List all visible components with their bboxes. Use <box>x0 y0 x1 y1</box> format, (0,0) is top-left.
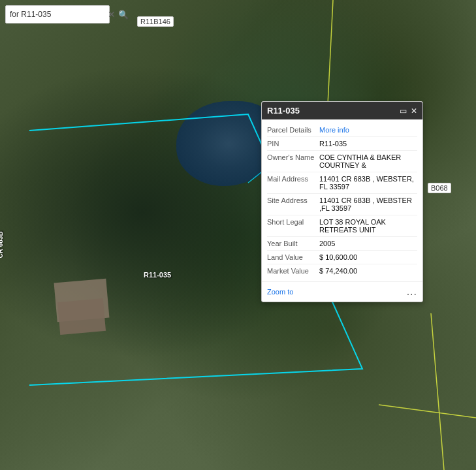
info-row-year-built: Year Built 2005 <box>267 237 417 251</box>
search-bar[interactable]: ✕ 🔍 <box>5 5 110 24</box>
card-controls: ▭ ✕ <box>400 106 417 116</box>
info-card-header: R11-035 ▭ ✕ <box>262 102 422 119</box>
label-land-value: Land Value <box>267 253 319 261</box>
minimize-button[interactable]: ▭ <box>400 106 407 116</box>
search-input[interactable] <box>10 10 108 19</box>
value-mail-address: 11401 CR 683B , WEBSTER, FL 33597 <box>319 175 417 191</box>
value-market-value: $ 74,240.00 <box>319 267 417 275</box>
info-row-market-value: Market Value $ 74,240.00 <box>267 264 417 277</box>
value-site-address: 11401 CR 683B , WEBSTER ,FL 33597 <box>319 196 417 212</box>
label-short-legal: Short Legal <box>267 218 319 226</box>
building-roof <box>57 298 106 335</box>
info-row-pin: PIN R11-035 <box>267 137 417 151</box>
label-mail-address: Mail Address <box>267 175 319 183</box>
label-year-built: Year Built <box>267 240 319 247</box>
info-row-parcel-details: Parcel Details More info <box>267 123 417 137</box>
more-info-link[interactable]: More info <box>319 126 349 134</box>
map-label-b068: B068 <box>428 183 451 193</box>
info-row-mail-address: Mail Address 11401 CR 683B , WEBSTER, FL… <box>267 172 417 194</box>
parcel-map-label: R11-035 <box>144 271 171 279</box>
info-row-site-address: Site Address 11401 CR 683B , WEBSTER ,FL… <box>267 194 417 215</box>
search-icon[interactable]: 🔍 <box>118 10 129 20</box>
info-card-footer: Zoom to ... <box>262 281 422 302</box>
info-card-body: Parcel Details More info PIN R11-035 Own… <box>262 119 422 281</box>
value-land-value: $ 10,600.00 <box>319 253 417 261</box>
label-market-value: Market Value <box>267 267 319 275</box>
search-clear-icon[interactable]: ✕ <box>108 9 116 20</box>
value-owner: COE CYNTHIA & BAKER COURTNEY & <box>319 153 417 169</box>
info-row-owner: Owner's Name COE CYNTHIA & BAKER COURTNE… <box>267 151 417 172</box>
value-pin: R11-035 <box>319 140 417 148</box>
value-short-legal: LOT 38 ROYAL OAK RETREATS UNIT <box>319 218 417 234</box>
info-card-title: R11-035 <box>267 106 300 116</box>
value-year-built: 2005 <box>319 240 417 247</box>
more-options-button[interactable]: ... <box>407 286 417 298</box>
map-container: ✕ 🔍 R11B146 B068 R11-035 CR 683B R11-035… <box>0 0 476 470</box>
info-row-short-legal: Short Legal LOT 38 ROYAL OAK RETREATS UN… <box>267 215 417 237</box>
label-pin: PIN <box>267 140 319 148</box>
info-card: R11-035 ▭ ✕ Parcel Details More info PIN… <box>261 101 423 302</box>
label-parcel-details: Parcel Details <box>267 126 319 134</box>
road-label: CR 683B <box>0 231 4 258</box>
map-label-r11b146: R11B146 <box>137 16 174 27</box>
close-button[interactable]: ✕ <box>411 106 417 116</box>
label-owner: Owner's Name <box>267 153 319 161</box>
info-row-land-value: Land Value $ 10,600.00 <box>267 251 417 264</box>
label-site-address: Site Address <box>267 196 319 204</box>
zoom-to-link[interactable]: Zoom to <box>267 288 293 296</box>
